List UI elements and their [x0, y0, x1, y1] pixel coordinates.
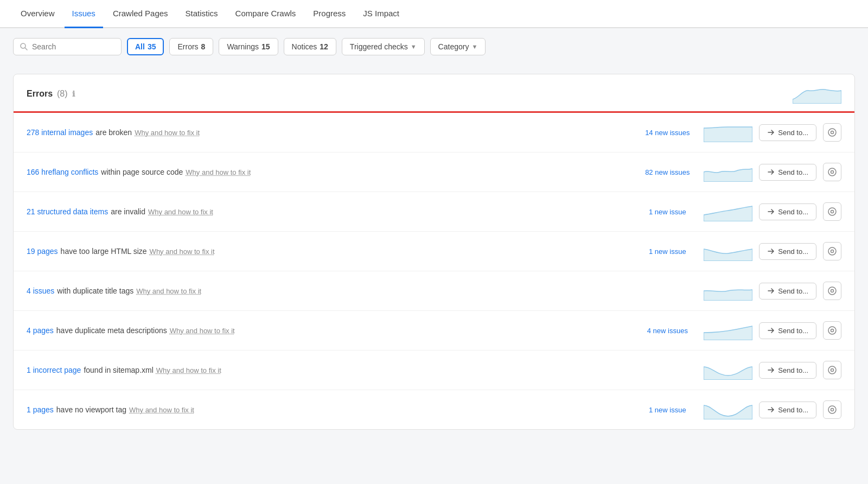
eye-button-0[interactable] — [823, 123, 841, 142]
svg-point-16 — [828, 406, 836, 413]
sparkline-chart-6 — [704, 360, 752, 380]
issue-rest-text-2: are invalid — [111, 207, 145, 216]
issue-text-1: 166 hreflang conflicts within page sourc… — [27, 168, 631, 176]
eye-button-4[interactable] — [823, 282, 841, 300]
info-icon[interactable]: ℹ — [72, 90, 75, 98]
svg-point-9 — [831, 250, 834, 253]
chevron-down-icon: ▼ — [411, 43, 417, 50]
sparkline-chart-3 — [704, 241, 752, 261]
nav-item-compare-crawls[interactable]: Compare Crawls — [228, 0, 304, 28]
send-to-button-6[interactable]: Send to... — [759, 362, 816, 379]
svg-line-1 — [25, 48, 27, 50]
eye-icon — [828, 405, 837, 414]
search-input[interactable] — [32, 42, 114, 51]
main-content: Errors (8) ℹ 278 internal images are bro… — [0, 65, 868, 438]
issue-link-7[interactable]: 1 pages — [27, 405, 54, 414]
sparkline-chart-4 — [704, 281, 752, 301]
issue-link-2[interactable]: 21 structured data items — [27, 207, 108, 216]
issue-link-1[interactable]: 166 hreflang conflicts — [27, 168, 98, 176]
filter-warnings[interactable]: Warnings 15 — [219, 38, 278, 55]
eye-icon — [828, 207, 837, 216]
nav-item-issues[interactable]: Issues — [65, 0, 103, 28]
table-row: 1 incorrect page found in sitemap.xml Wh… — [14, 351, 854, 390]
search-box[interactable] — [13, 38, 122, 55]
errors-title: Errors (8) ℹ — [27, 89, 75, 99]
nav-item-progress[interactable]: Progress — [305, 0, 353, 28]
table-row: 166 hreflang conflicts within page sourc… — [14, 152, 854, 192]
filter-errors[interactable]: Errors 8 — [169, 38, 213, 55]
svg-point-3 — [831, 131, 834, 134]
send-to-button-5[interactable]: Send to... — [759, 322, 816, 339]
issue-link-4[interactable]: 4 issues — [27, 286, 54, 295]
issue-link-0[interactable]: 278 internal images — [27, 128, 93, 137]
sparkline-chart-0 — [704, 123, 752, 142]
eye-icon — [828, 366, 837, 374]
send-icon — [767, 129, 775, 136]
table-row: 4 pages have duplicate meta descriptions… — [14, 311, 854, 351]
svg-point-11 — [831, 290, 834, 292]
errors-section-header: Errors (8) ℹ — [14, 74, 854, 111]
triggered-checks-dropdown[interactable]: Triggered checks ▼ — [342, 38, 425, 55]
send-icon — [767, 327, 775, 334]
eye-button-3[interactable] — [823, 242, 841, 260]
eye-button-5[interactable] — [823, 321, 841, 340]
new-issues-badge-7: 1 new issue — [637, 406, 697, 414]
issue-text-7: 1 pages have no viewport tag Why and how… — [27, 405, 631, 414]
filter-bar: All 35 Errors 8 Warnings 15 Notices 12 T… — [0, 28, 868, 65]
eye-icon — [828, 286, 837, 295]
send-icon — [767, 287, 775, 295]
issue-rest-text-5: have duplicate meta descriptions — [56, 326, 167, 335]
sparkline-chart-1 — [704, 162, 752, 182]
eye-button-7[interactable] — [823, 400, 841, 419]
svg-point-13 — [831, 329, 834, 332]
issues-list: 278 internal images are broken Why and h… — [14, 113, 854, 429]
issue-rest-text-1: within page source code — [101, 168, 183, 176]
issue-link-3[interactable]: 19 pages — [27, 247, 58, 256]
eye-icon — [828, 247, 837, 256]
fix-link-1[interactable]: Why and how to fix it — [186, 168, 251, 176]
fix-link-5[interactable]: Why and how to fix it — [170, 327, 235, 335]
eye-button-2[interactable] — [823, 202, 841, 221]
search-icon — [20, 43, 28, 50]
issue-rest-text-0: are broken — [95, 128, 132, 137]
table-row: 19 pages have too large HTML size Why an… — [14, 232, 854, 271]
fix-link-0[interactable]: Why and how to fix it — [135, 129, 200, 137]
nav-item-overview[interactable]: Overview — [13, 0, 62, 28]
issue-rest-text-6: found in sitemap.xml — [84, 366, 153, 374]
eye-button-1[interactable] — [823, 163, 841, 181]
send-icon — [767, 208, 775, 215]
svg-point-8 — [828, 247, 836, 255]
svg-point-5 — [831, 171, 834, 174]
issue-text-5: 4 pages have duplicate meta descriptions… — [27, 326, 631, 335]
fix-link-2[interactable]: Why and how to fix it — [148, 208, 213, 216]
eye-button-6[interactable] — [823, 361, 841, 379]
nav-item-crawled-pages[interactable]: Crawled Pages — [105, 0, 176, 28]
nav-item-statistics[interactable]: Statistics — [178, 0, 226, 28]
filter-all[interactable]: All 35 — [127, 38, 164, 55]
errors-section: Errors (8) ℹ 278 internal images are bro… — [13, 74, 855, 430]
send-to-button-3[interactable]: Send to... — [759, 243, 816, 260]
category-dropdown[interactable]: Category ▼ — [430, 38, 486, 55]
fix-link-6[interactable]: Why and how to fix it — [156, 366, 221, 374]
send-to-button-2[interactable]: Send to... — [759, 203, 816, 220]
send-to-button-0[interactable]: Send to... — [759, 124, 816, 141]
table-row: 21 structured data items are invalid Why… — [14, 192, 854, 232]
send-to-button-7[interactable]: Send to... — [759, 402, 816, 418]
send-icon — [767, 366, 775, 374]
issue-link-6[interactable]: 1 incorrect page — [27, 366, 81, 374]
fix-link-3[interactable]: Why and how to fix it — [150, 247, 215, 256]
new-issues-badge-0: 14 new issues — [637, 129, 697, 137]
chevron-down-icon: ▼ — [471, 43, 477, 50]
send-to-button-1[interactable]: Send to... — [759, 164, 816, 181]
issue-link-5[interactable]: 4 pages — [27, 326, 54, 335]
filter-notices[interactable]: Notices 12 — [284, 38, 336, 55]
fix-link-4[interactable]: Why and how to fix it — [136, 287, 201, 295]
svg-point-7 — [831, 211, 834, 213]
send-to-button-4[interactable]: Send to... — [759, 283, 816, 300]
issue-text-0: 278 internal images are broken Why and h… — [27, 128, 631, 137]
nav-item-js-impact[interactable]: JS Impact — [355, 0, 407, 28]
issue-text-6: 1 incorrect page found in sitemap.xml Wh… — [27, 366, 631, 374]
fix-link-7[interactable]: Why and how to fix it — [129, 406, 194, 414]
svg-point-12 — [828, 327, 836, 334]
issue-rest-text-7: have no viewport tag — [56, 405, 126, 414]
